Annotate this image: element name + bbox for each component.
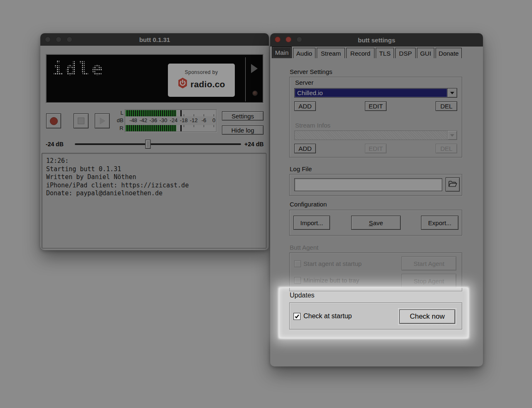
check-at-startup-checkbox[interactable] (293, 313, 300, 320)
record-icon (50, 117, 58, 125)
stream-info-add-button[interactable]: ADD (294, 144, 316, 153)
window-controls (275, 37, 302, 42)
agent-group-bottom-edge (289, 288, 462, 291)
zoom-button[interactable] (66, 37, 72, 42)
chevron-down-icon[interactable] (448, 88, 457, 98)
export-button[interactable]: Export... (421, 216, 458, 230)
lcd-divider (245, 57, 246, 101)
folder-icon (448, 180, 457, 189)
start-agent-at-startup-checkbox (294, 261, 301, 267)
check-icon (294, 314, 300, 319)
sponsor-banner[interactable]: Sponsored by radio.co (168, 64, 235, 97)
stream-infos-label: Stream Infos (295, 122, 330, 129)
tab-stream[interactable]: Stream (317, 48, 345, 58)
close-button[interactable] (45, 37, 51, 42)
butt-agent-section-label: Butt Agent (290, 244, 318, 251)
stream-arrow-icon (251, 64, 258, 73)
log-line: Donate: paypal@danielnoethen.de (46, 189, 262, 198)
main-window-titlebar[interactable]: butt 0.1.31 (40, 33, 269, 46)
stream-info-del-button: DEL (436, 144, 457, 153)
tab-tls[interactable]: TLS (376, 48, 394, 58)
record-button[interactable] (46, 113, 61, 128)
check-at-startup-label: Check at startup (303, 312, 352, 320)
browse-folder-button[interactable] (446, 177, 460, 192)
log-line: iPhone/iPad client: https://izicast.de (46, 182, 262, 190)
stop-button[interactable] (74, 113, 89, 128)
log-line: Starting butt 0.1.31 (46, 165, 262, 174)
vu-bar-left (126, 110, 216, 116)
server-settings-section-label: Server Settings (290, 68, 332, 75)
tab-record[interactable]: Record (346, 48, 374, 58)
vu-meter: L dB R -48-42 -36-30 -24-18 -12-6 0 (117, 109, 217, 132)
vu-left-label: L (121, 109, 123, 116)
stream-info-edit-button: EDIT (365, 144, 387, 153)
server-label: Server (295, 79, 313, 86)
stream-infos-dropdown-value (294, 130, 448, 140)
lcd-display: idle Sponsored by radio.co (46, 54, 264, 103)
tab-dsp[interactable]: DSP (395, 48, 416, 58)
main-window: butt 0.1.31 idle Sponsored by radio.co (40, 33, 269, 250)
settings-button[interactable]: Settings (222, 111, 264, 120)
sponsor-label: Sponsored by (185, 69, 218, 75)
play-icon (100, 118, 105, 124)
minimize-button[interactable] (56, 37, 62, 42)
stop-agent-button: Stop Agent (401, 274, 456, 288)
settings-tabbar: Main Audio Stream Record TLS DSP GUI Don… (272, 47, 462, 58)
main-window-title: butt 0.1.31 (139, 36, 170, 43)
log-file-path-input[interactable] (294, 178, 442, 191)
gain-slider[interactable] (75, 143, 241, 145)
updates-section-label: Updates (290, 292, 315, 299)
settings-window-title: butt settings (358, 37, 395, 44)
settings-window-titlebar[interactable]: butt settings (270, 33, 483, 47)
server-dropdown-value: Chilled.io (294, 88, 448, 98)
server-dropdown[interactable]: Chilled.io (294, 88, 457, 98)
updates-highlight: Updates Check at startup Check now (279, 288, 468, 338)
vu-scale: -48-42 -36-30 -24-18 -12-6 0 (125, 117, 216, 125)
check-now-button[interactable]: Check now (399, 310, 455, 324)
stream-infos-dropdown (294, 130, 457, 140)
settings-window: butt settings Main Audio Stream Record T… (270, 33, 483, 366)
peak-marker (180, 125, 182, 131)
server-del-button[interactable]: DEL (436, 101, 457, 111)
stop-icon (78, 118, 84, 124)
log-line: Written by Daniel Nöthen (46, 173, 262, 182)
play-button[interactable] (95, 113, 110, 128)
log-file-section-label: Log File (290, 165, 312, 172)
sponsor-brand: radio.co (190, 79, 225, 89)
log-output[interactable]: 12:26: Starting butt 0.1.31 Written by D… (42, 153, 266, 248)
save-button[interactable]: Save (351, 216, 401, 230)
vu-right-label: R (120, 125, 123, 132)
tab-gui[interactable]: GUI (417, 48, 434, 58)
server-add-button[interactable]: ADD (294, 101, 316, 111)
chevron-down-icon (448, 130, 457, 140)
tab-donate[interactable]: Donate (436, 48, 462, 58)
server-edit-button[interactable]: EDIT (365, 101, 387, 111)
minimize-to-tray-checkbox (294, 277, 301, 284)
hide-log-button[interactable]: Hide log (222, 125, 264, 135)
start-agent-button: Start Agent (401, 256, 456, 270)
minimize-button[interactable] (286, 37, 291, 42)
zoom-button[interactable] (296, 37, 302, 42)
vu-bar-right (126, 125, 216, 131)
tab-main[interactable]: Main (272, 47, 292, 58)
minimize-to-tray-label: Minimize butt to tray (303, 277, 359, 284)
vu-unit-label: dB (117, 116, 123, 125)
window-controls (45, 37, 72, 42)
radioco-logo-icon (177, 77, 188, 91)
import-button[interactable]: Import... (293, 216, 330, 230)
tab-audio[interactable]: Audio (293, 48, 315, 58)
desktop: butt 0.1.31 idle Sponsored by radio.co (0, 0, 532, 408)
gain-max-label: +24 dB (244, 141, 264, 147)
configuration-section-label: Configuration (290, 201, 327, 208)
gain-slider-handle[interactable] (145, 140, 151, 149)
gain-min-label: -24 dB (46, 141, 64, 147)
connection-led-icon (252, 91, 258, 96)
log-line: 12:26: (46, 157, 262, 165)
close-button[interactable] (275, 37, 281, 42)
start-agent-at-startup-label: Start agent at startup (303, 260, 362, 267)
lcd-status-text: idle (52, 58, 105, 79)
peak-marker (180, 110, 182, 116)
